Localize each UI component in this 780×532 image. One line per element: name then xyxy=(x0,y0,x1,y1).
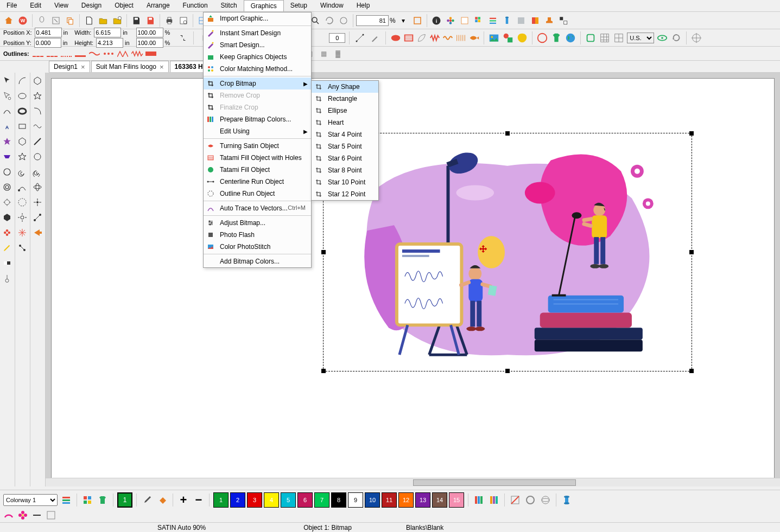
colorway-list-icon[interactable] xyxy=(60,493,73,507)
save-icon[interactable] xyxy=(130,14,143,27)
outline-style-8[interactable] xyxy=(131,50,142,57)
menu-design[interactable]: Design xyxy=(75,0,108,11)
height-input[interactable] xyxy=(96,38,123,48)
menu-item-prepare-bitmap-colors[interactable]: Prepare Bitmap Colors... xyxy=(204,113,311,125)
menu-edit[interactable]: Edit xyxy=(23,0,48,11)
menu-item-adjust-bitmap[interactable]: Adjust Bitmap... xyxy=(204,217,311,229)
menu-stitch[interactable]: Stitch xyxy=(214,0,244,11)
width-input[interactable] xyxy=(94,28,121,37)
rect-tool-icon[interactable] xyxy=(15,119,29,133)
crop-heart[interactable]: Heart xyxy=(312,117,378,129)
color-swatch-5[interactable]: 5 xyxy=(281,492,296,508)
path-tool-icon[interactable] xyxy=(15,180,29,194)
canvas[interactable] xyxy=(51,78,775,481)
color-swatch-3[interactable]: 3 xyxy=(247,492,262,508)
bars-icon[interactable] xyxy=(486,14,499,27)
horizontal-scrollbar[interactable] xyxy=(46,478,780,486)
canvas-area[interactable] xyxy=(46,73,780,486)
spiral-tool-icon[interactable] xyxy=(15,165,29,179)
crop-any-shape[interactable]: Any Shape xyxy=(312,81,378,93)
grid-2x2-icon[interactable] xyxy=(613,32,625,44)
document-tab[interactable]: Design1× xyxy=(49,61,90,72)
stamp-icon[interactable] xyxy=(543,14,556,27)
outline-style-6[interactable] xyxy=(103,50,114,57)
text-tool-icon[interactable]: A xyxy=(0,119,14,133)
menu-item-color-photostitch[interactable]: Color PhotoStitch xyxy=(204,241,311,253)
rotate-angle-input[interactable] xyxy=(329,33,345,43)
menu-item-color-matching-method[interactable]: Color Matching Method... xyxy=(204,63,311,75)
decor-flower-icon[interactable] xyxy=(17,510,29,522)
blob-icon[interactable] xyxy=(516,32,528,44)
circle-tool-icon[interactable] xyxy=(0,165,14,179)
zoom-input[interactable] xyxy=(356,15,389,26)
shapes-icon[interactable] xyxy=(502,32,514,44)
gradient-icon[interactable] xyxy=(529,14,542,27)
color-swatch-1[interactable]: 1 xyxy=(213,492,229,508)
shape-star-icon[interactable] xyxy=(30,89,45,103)
connect-icon[interactable] xyxy=(15,241,29,255)
design-icon[interactable] xyxy=(49,14,62,27)
print-icon[interactable] xyxy=(163,14,176,27)
crop-star-4-point[interactable]: Star 4 Point xyxy=(312,129,378,140)
posy-input[interactable] xyxy=(34,38,61,48)
wilcom-icon[interactable]: W xyxy=(16,14,29,27)
color-swatch-12[interactable]: 12 xyxy=(398,492,414,508)
shape-radial-icon[interactable] xyxy=(30,195,45,209)
rotate-icon[interactable] xyxy=(670,32,682,44)
ellipse-tool-icon[interactable] xyxy=(15,89,29,103)
wave-icon[interactable] xyxy=(442,32,454,44)
menu-item-edit-using[interactable]: Edit Using▶ xyxy=(204,125,311,137)
color-swatch-4[interactable]: 4 xyxy=(264,492,279,508)
menu-item-keep-graphics-objects[interactable]: Keep Graphics Objects xyxy=(204,51,311,63)
tab-close-icon[interactable]: × xyxy=(160,63,164,71)
wand-icon[interactable] xyxy=(369,31,382,44)
outline-style-1[interactable] xyxy=(33,50,43,57)
tshirt-icon[interactable] xyxy=(550,32,562,44)
open-file-icon[interactable] xyxy=(97,14,110,27)
decor-pattern-icon[interactable] xyxy=(46,510,58,522)
arc-tool-icon[interactable] xyxy=(15,74,29,88)
shape-curve-icon[interactable] xyxy=(30,104,45,118)
resize-handle-ne[interactable] xyxy=(689,131,694,136)
tshirt-palette-icon[interactable] xyxy=(96,493,109,507)
polygon-tool-icon[interactable] xyxy=(15,134,29,149)
color-swatch-6[interactable]: 6 xyxy=(297,492,313,508)
crop-rectangle[interactable]: Rectangle xyxy=(312,93,378,105)
eye-icon[interactable] xyxy=(656,32,668,44)
menu-file[interactable]: File xyxy=(0,0,23,11)
shape-spiral-icon[interactable] xyxy=(30,165,45,179)
tab-close-icon[interactable]: × xyxy=(81,63,85,71)
menu-item-tatami-fill-object-with-holes[interactable]: Tatami Fill Object with Holes xyxy=(204,152,311,164)
menu-window[interactable]: Window xyxy=(314,0,350,11)
eyedropper-icon[interactable] xyxy=(141,493,154,507)
color-swatch-13[interactable]: 13 xyxy=(415,492,430,508)
wave-shape-icon[interactable] xyxy=(0,150,14,164)
crop-star-8-point[interactable]: Star 8 Point xyxy=(312,164,378,176)
spool-icon[interactable] xyxy=(560,493,573,507)
menu-help[interactable]: Help xyxy=(350,0,377,11)
preview-icon[interactable] xyxy=(177,14,190,27)
image-icon[interactable] xyxy=(488,32,500,44)
no-fill-icon[interactable] xyxy=(509,493,522,507)
copy-icon[interactable] xyxy=(64,14,77,27)
resize-handle-w[interactable] xyxy=(321,250,326,254)
window-icon[interactable] xyxy=(458,14,471,27)
color-swatch-9[interactable]: 9 xyxy=(348,492,363,508)
star-shape-icon[interactable] xyxy=(15,150,29,164)
crop-star-6-point[interactable]: Star 6 Point xyxy=(312,152,378,164)
color-swatch-10[interactable]: 10 xyxy=(365,492,380,508)
gradient-tool-icon[interactable] xyxy=(0,256,14,270)
palette-grid-icon[interactable] xyxy=(472,14,485,27)
zoom-dropdown-icon[interactable]: ▾ xyxy=(397,14,410,27)
new-file-icon[interactable] xyxy=(83,14,96,27)
threads-icon-1[interactable] xyxy=(472,493,485,507)
resize-handle-se[interactable] xyxy=(689,369,694,373)
monogram-tool-icon[interactable] xyxy=(0,134,14,149)
threads-icon-2[interactable] xyxy=(487,493,500,507)
resize-handle-e[interactable] xyxy=(689,250,694,254)
curve-tool-icon[interactable] xyxy=(0,104,14,118)
grid-3x3-icon[interactable] xyxy=(599,32,611,44)
menu-arrange[interactable]: Arrange xyxy=(140,0,176,11)
outline-style-4[interactable] xyxy=(75,50,86,57)
decor-line-icon[interactable] xyxy=(31,510,43,522)
